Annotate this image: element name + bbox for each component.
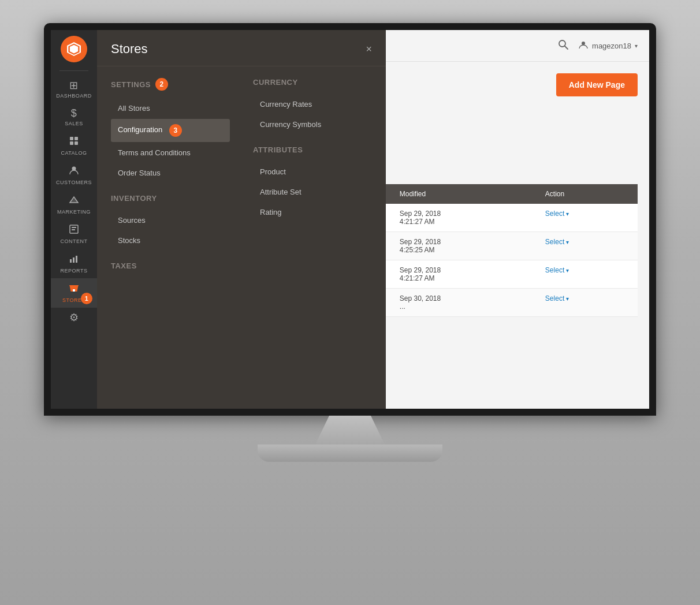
menu-item-product[interactable]: Product: [253, 162, 372, 181]
stores-menu-header: Stores ×: [97, 30, 386, 66]
stores-menu-left-col: Settings 2 All Stores Configuration 3 Te…: [111, 78, 230, 278]
svg-rect-10: [70, 259, 72, 263]
sidebar-item-content[interactable]: CONTENT: [51, 219, 97, 249]
stores-menu: Stores × Settings 2 All Stores Configu: [97, 30, 386, 409]
svg-rect-0: [70, 137, 73, 140]
marketing-icon: [69, 195, 79, 207]
sidebar-item-catalog[interactable]: CATALOG: [51, 131, 97, 160]
sidebar: ⊞ DASHBOARD $ SALES CATALOG: [51, 30, 97, 409]
sidebar-item-system[interactable]: ⚙: [51, 308, 97, 327]
attributes-items: Product Attribute Set Rating: [253, 162, 372, 222]
header-user[interactable]: magezon18 ▾: [578, 40, 638, 52]
menu-item-terms[interactable]: Terms and Conditions: [111, 143, 230, 162]
catalog-icon: [69, 136, 79, 148]
col-modified: Modified: [393, 184, 538, 204]
menu-item-stocks[interactable]: Stocks: [111, 231, 230, 250]
svg-rect-1: [75, 137, 78, 140]
settings-badge: 2: [155, 78, 168, 91]
cell-action[interactable]: Select: [538, 232, 638, 260]
menu-item-order-status[interactable]: Order Status: [111, 163, 230, 182]
sidebar-label-marketing: MARKETING: [57, 209, 91, 215]
menu-item-rating[interactable]: Rating: [253, 203, 372, 222]
currency-section-title: Currency: [253, 78, 372, 87]
monitor-stand-base: [258, 445, 442, 462]
action-select-2[interactable]: Select: [545, 238, 569, 246]
sidebar-item-reports[interactable]: REPORTS: [51, 249, 97, 278]
cell-action[interactable]: Select: [538, 204, 638, 232]
inventory-items: Sources Stocks: [111, 211, 230, 250]
settings-items: All Stores Configuration 3 Terms and Con…: [111, 99, 230, 182]
cell-modified: Sep 29, 20184:21:27 AM: [393, 204, 538, 232]
inventory-title-text: Inventory: [111, 194, 157, 203]
add-new-page-button[interactable]: Add New Page: [556, 73, 638, 96]
dashboard-icon: ⊞: [69, 80, 79, 91]
reports-icon: [69, 253, 79, 266]
taxes-section-title: Taxes: [111, 262, 230, 270]
stores-badge: 1: [81, 293, 92, 304]
svg-rect-8: [72, 227, 76, 228]
menu-item-sources[interactable]: Sources: [111, 211, 230, 230]
settings-section-title: Settings 2: [111, 78, 230, 91]
sidebar-item-dashboard[interactable]: ⊞ DASHBOARD: [51, 76, 97, 103]
configuration-badge: 3: [169, 124, 182, 137]
currency-title-text: Currency: [253, 78, 298, 87]
sales-icon: $: [71, 108, 77, 118]
sidebar-label-reports: REPORTS: [61, 268, 88, 274]
settings-title-text: Settings: [111, 80, 151, 89]
menu-item-currency-symbols[interactable]: Currency Symbols: [253, 115, 372, 134]
sidebar-item-marketing[interactable]: MARKETING: [51, 190, 97, 219]
stores-menu-close-button[interactable]: ×: [366, 44, 372, 54]
user-icon: [578, 40, 589, 52]
action-select-1[interactable]: Select: [545, 210, 569, 218]
user-name: magezon18: [592, 42, 631, 50]
sidebar-divider: [59, 70, 88, 71]
magento-logo[interactable]: [61, 36, 87, 62]
sidebar-item-customers[interactable]: CUSTOMERS: [51, 160, 97, 190]
svg-rect-11: [73, 257, 75, 263]
menu-item-all-stores[interactable]: All Stores: [111, 99, 230, 118]
search-icon[interactable]: [557, 39, 569, 53]
svg-rect-3: [75, 141, 78, 145]
stores-menu-body: Settings 2 All Stores Configuration 3 Te…: [97, 66, 386, 290]
configuration-label: Configuration: [118, 125, 162, 134]
cell-modified: Sep 30, 2018...: [393, 289, 538, 317]
sidebar-item-stores[interactable]: STORES 1: [51, 278, 97, 308]
stores-icon: [69, 283, 79, 295]
sidebar-item-sales[interactable]: $ SALES: [51, 103, 97, 131]
action-select-4[interactable]: Select: [545, 294, 569, 302]
cell-action[interactable]: Select: [538, 260, 638, 289]
sidebar-label-dashboard: DASHBOARD: [56, 93, 92, 99]
attributes-section-title: Attributes: [253, 145, 372, 154]
sidebar-label-customers: CUSTOMERS: [56, 180, 92, 185]
monitor-stand-neck: [315, 416, 385, 445]
stores-menu-title: Stores: [111, 42, 148, 57]
inventory-section-title: Inventory: [111, 194, 230, 203]
cell-modified: Sep 29, 20184:25:25 AM: [393, 232, 538, 260]
svg-rect-2: [70, 141, 73, 145]
svg-line-15: [565, 46, 568, 49]
main-area: magezon18 ▾ Add New Page ▼ Filters 👁 Def…: [97, 30, 649, 409]
svg-rect-9: [72, 229, 75, 230]
chevron-down-icon: ▾: [635, 43, 638, 49]
cell-modified: Sep 29, 20184:21:27 AM: [393, 260, 538, 289]
currency-items: Currency Rates Currency Symbols: [253, 95, 372, 134]
svg-marker-6: [70, 197, 78, 203]
system-icon: ⚙: [69, 312, 79, 323]
action-select-3[interactable]: Select: [545, 266, 569, 274]
menu-item-attribute-set[interactable]: Attribute Set: [253, 182, 372, 201]
taxes-title-text: Taxes: [111, 262, 137, 270]
stores-menu-right-col: Currency Currency Rates Currency Symbols…: [253, 78, 372, 278]
svg-point-16: [582, 42, 585, 45]
attributes-title-text: Attributes: [253, 145, 303, 154]
svg-rect-12: [76, 256, 77, 263]
sidebar-label-catalog: CATALOG: [61, 150, 87, 156]
cell-action[interactable]: Select: [538, 289, 638, 317]
customers-icon: [69, 165, 79, 177]
svg-point-14: [559, 40, 565, 47]
content-icon: [69, 224, 79, 236]
col-action: Action: [538, 184, 638, 204]
sidebar-label-sales: SALES: [65, 121, 83, 126]
menu-item-currency-rates[interactable]: Currency Rates: [253, 95, 372, 114]
sidebar-label-content: CONTENT: [61, 238, 88, 244]
menu-item-configuration[interactable]: Configuration 3: [111, 119, 230, 142]
